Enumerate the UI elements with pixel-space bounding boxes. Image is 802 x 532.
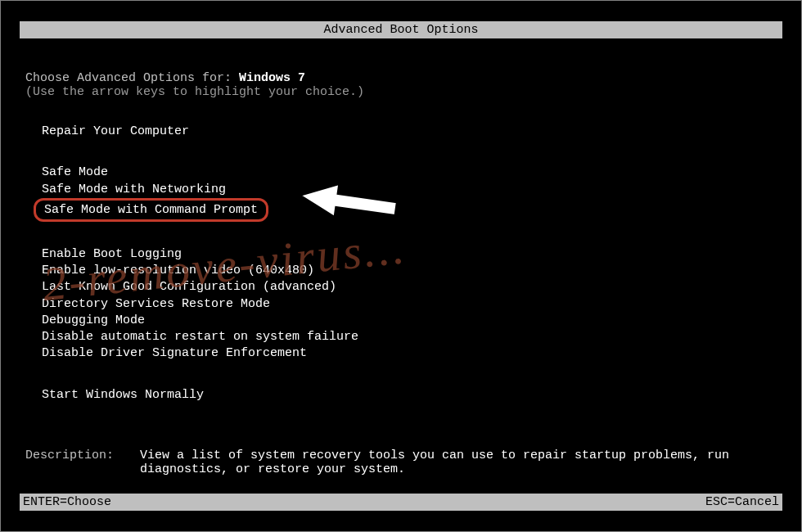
- window-title: Advanced Boot Options: [323, 23, 478, 37]
- menu-safe-mode-networking[interactable]: Safe Mode with Networking: [42, 182, 777, 198]
- menu-start-normally[interactable]: Start Windows Normally: [42, 387, 777, 404]
- menu-last-known-good[interactable]: Last Known Good Configuration (advanced): [42, 279, 777, 295]
- menu-dsrm[interactable]: Directory Services Restore Mode: [42, 296, 777, 313]
- menu-safe-mode-cmd[interactable]: Safe Mode with Command Prompt: [42, 198, 777, 222]
- description-text: View a list of system recovery tools you…: [140, 449, 777, 476]
- choose-prefix: Choose Advanced Options for:: [25, 71, 239, 85]
- menu-repair-computer[interactable]: Repair Your Computer: [42, 124, 777, 140]
- menu-debug-mode[interactable]: Debugging Mode: [42, 313, 777, 329]
- menu-low-res-video[interactable]: Enable low-resolution video (640x480): [42, 263, 777, 279]
- menu-disable-driver-sig[interactable]: Disable Driver Signature Enforcement: [42, 345, 777, 362]
- description-label: Description:: [25, 449, 140, 476]
- choose-line: Choose Advanced Options for: Windows 7: [25, 71, 777, 85]
- menu-disable-auto-restart[interactable]: Disable automatic restart on system fail…: [42, 329, 777, 345]
- title-bar: Advanced Boot Options: [20, 21, 782, 38]
- instruction-line: (Use the arrow keys to highlight your ch…: [25, 85, 777, 99]
- footer-bar: ENTER=Choose ESC=Cancel: [20, 494, 782, 511]
- os-name: Windows 7: [239, 71, 305, 85]
- menu-safe-mode[interactable]: Safe Mode: [42, 165, 777, 181]
- menu-boot-logging[interactable]: Enable Boot Logging: [42, 246, 777, 263]
- highlighted-menu-item[interactable]: Safe Mode with Command Prompt: [34, 198, 268, 222]
- footer-esc: ESC=Cancel: [705, 495, 779, 509]
- content-area: Choose Advanced Options for: Windows 7 (…: [1, 71, 801, 476]
- description-section: Description: View a list of system recov…: [25, 449, 777, 476]
- boot-menu: Repair Your Computer Safe Mode Safe Mode…: [25, 124, 777, 404]
- footer-enter: ENTER=Choose: [23, 495, 111, 509]
